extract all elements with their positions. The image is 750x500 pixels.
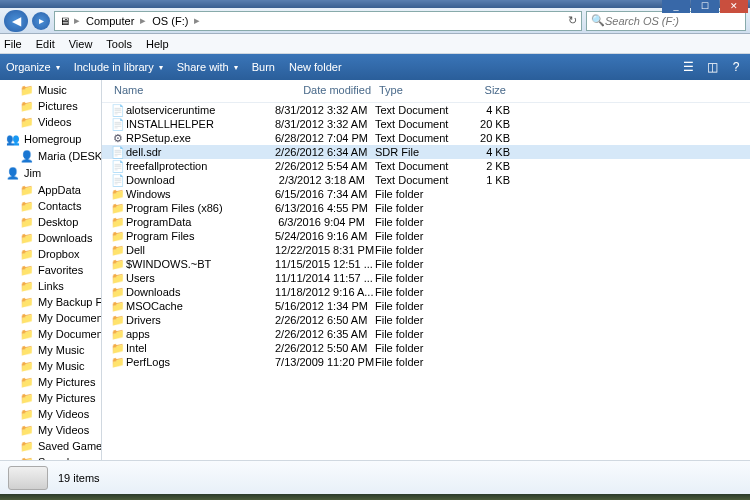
file-row[interactable]: Program Files (x86)6/13/2016 4:55 PMFile… [102,201,750,215]
burn-button[interactable]: Burn [252,61,275,73]
menu-view[interactable]: View [69,38,93,50]
file-type: SDR File [375,146,455,158]
breadcrumb-drive[interactable]: OS (F:) [150,15,190,27]
folder-icon [110,328,126,341]
homegroup-icon [6,132,20,146]
file-type: File folder [375,272,455,284]
file-row[interactable]: Download2/3/2012 3:18 AMText Document1 K… [102,173,750,187]
folder-icon [20,83,34,97]
menu-file[interactable]: File [4,38,22,50]
file-date: 2/26/2012 5:50 AM [275,342,375,354]
sidebar-item-music[interactable]: Music [0,82,101,98]
file-row[interactable]: Intel2/26/2012 5:50 AMFile folder [102,341,750,355]
file-row[interactable]: dell.sdr2/26/2012 6:34 AMSDR File4 KB [102,145,750,159]
search-input[interactable] [605,15,744,27]
share-with-button[interactable]: Share with [177,61,238,73]
back-button[interactable]: ◀ [4,10,28,32]
view-options-icon[interactable]: ☰ [680,59,696,75]
file-row[interactable]: PerfLogs7/13/2009 11:20 PMFile folder [102,355,750,369]
sidebar-item-appdata[interactable]: AppData [0,182,101,198]
sidebar-item-mypics2[interactable]: My Pictures [0,390,101,406]
file-row[interactable]: Program Files5/24/2016 9:16 AMFile folde… [102,229,750,243]
file-icon [110,104,126,117]
file-date: 6/13/2016 4:55 PM [275,202,375,214]
file-row[interactable]: Windows6/15/2016 7:34 AMFile folder [102,187,750,201]
file-date: 8/31/2012 3:32 AM [275,118,375,130]
sidebar-item-contacts[interactable]: Contacts [0,198,101,214]
file-icon [110,160,126,173]
refresh-icon[interactable]: ↻ [568,14,577,27]
sidebar-item-downloads[interactable]: Downloads [0,230,101,246]
folder-icon [20,199,34,213]
file-type: Text Document [375,174,455,186]
file-row[interactable]: $WINDOWS.~BT11/15/2015 12:51 ...File fol… [102,257,750,271]
folder-icon [110,300,126,313]
folder-icon [110,230,126,243]
file-list-pane: Name Date modified Type Size alotservice… [102,80,750,460]
folder-icon [20,115,34,129]
file-date: 11/18/2012 9:16 A... [275,286,375,298]
file-row[interactable]: alotserviceruntime8/31/2012 3:32 AMText … [102,103,750,117]
search-box[interactable]: 🔍 [586,11,746,31]
organize-button[interactable]: Organize [6,61,60,73]
file-row[interactable]: freefallprotection2/26/2012 5:54 AMText … [102,159,750,173]
sidebar-item-mydocs[interactable]: My Documents [0,310,101,326]
col-name[interactable]: Name [110,82,275,98]
sidebar-group-jim[interactable]: Jim [0,164,101,182]
sidebar-item-videos[interactable]: Videos [0,114,101,130]
file-type: File folder [375,300,455,312]
address-bar[interactable]: ▸ Computer ▸ OS (F:) ▸ ↻ [54,11,582,31]
sidebar-item-myvids[interactable]: My Videos [0,406,101,422]
file-row[interactable]: MSOCache5/16/2012 1:34 PMFile folder [102,299,750,313]
preview-pane-icon[interactable]: ◫ [704,59,720,75]
file-name: MSOCache [126,300,275,312]
minimize-button[interactable]: _ [662,0,690,13]
breadcrumb-computer[interactable]: Computer [84,15,136,27]
new-folder-button[interactable]: New folder [289,61,342,73]
file-row[interactable]: ProgramData6/3/2016 9:04 PMFile folder [102,215,750,229]
file-row[interactable]: INSTALLHELPER8/31/2012 3:32 AMText Docum… [102,117,750,131]
forward-button[interactable]: ▸ [32,12,50,30]
sidebar-item-mydocs2[interactable]: My Documents [0,326,101,342]
file-icon [110,118,126,131]
drive-icon [8,466,48,490]
sidebar-item-links[interactable]: Links [0,278,101,294]
col-size[interactable]: Size [455,82,510,98]
sidebar-item-savedgames[interactable]: Saved Games [0,438,101,454]
folder-icon [110,258,126,271]
file-row[interactable]: apps2/26/2012 6:35 AMFile folder [102,327,750,341]
file-row[interactable]: RPSetup.exe6/28/2012 7:04 PMText Documen… [102,131,750,145]
file-row[interactable]: Downloads11/18/2012 9:16 A...File folder [102,285,750,299]
file-name: apps [126,328,275,340]
maximize-button[interactable]: ☐ [691,0,719,13]
file-row[interactable]: Drivers2/26/2012 6:50 AMFile folder [102,313,750,327]
sidebar-item-mybackup[interactable]: My Backup Files [0,294,101,310]
col-date[interactable]: Date modified [275,82,375,98]
file-name: $WINDOWS.~BT [126,258,275,270]
file-size: 20 KB [455,118,510,130]
sidebar-item-myvids2[interactable]: My Videos [0,422,101,438]
file-type: File folder [375,188,455,200]
sidebar-item-mypics[interactable]: My Pictures [0,374,101,390]
menu-help[interactable]: Help [146,38,169,50]
sidebar-item-mymusic2[interactable]: My Music [0,358,101,374]
file-name: alotserviceruntime [126,104,275,116]
menu-edit[interactable]: Edit [36,38,55,50]
col-type[interactable]: Type [375,82,455,98]
menu-tools[interactable]: Tools [106,38,132,50]
sidebar-group-homegroup[interactable]: Homegroup [0,130,101,148]
sidebar-item-dropbox[interactable]: Dropbox [0,246,101,262]
sidebar-item-favorites[interactable]: Favorites [0,262,101,278]
close-button[interactable]: ✕ [720,0,748,13]
sidebar-item-pictures[interactable]: Pictures [0,98,101,114]
include-library-button[interactable]: Include in library [74,61,163,73]
nav-bar: ◀ ▸ ▸ Computer ▸ OS (F:) ▸ ↻ 🔍 [0,8,750,34]
sidebar-item-desktop[interactable]: Desktop [0,214,101,230]
file-row[interactable]: Dell12/22/2015 8:31 PMFile folder [102,243,750,257]
sidebar-item-maria[interactable]: Maria (DESKTOP [0,148,101,164]
help-icon[interactable]: ? [728,59,744,75]
file-row[interactable]: Users11/11/2014 11:57 ...File folder [102,271,750,285]
file-type: File folder [375,230,455,242]
sidebar-item-mymusic[interactable]: My Music [0,342,101,358]
file-name: PerfLogs [126,356,275,368]
